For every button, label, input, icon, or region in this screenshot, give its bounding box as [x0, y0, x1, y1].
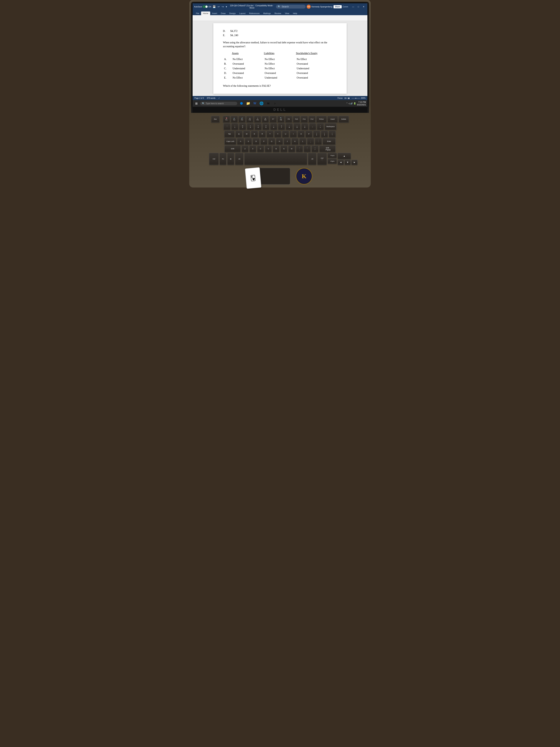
- key-tilde[interactable]: ~`: [223, 123, 231, 130]
- key-up-arrow[interactable]: ▲: [338, 153, 351, 159]
- key-e[interactable]: E: [251, 131, 258, 137]
- key-tab[interactable]: Tab: [224, 131, 235, 137]
- key-f5[interactable]: ⏸F5: [254, 116, 261, 123]
- tab-help[interactable]: Help: [291, 11, 299, 15]
- comm-button[interactable]: Comm: [343, 6, 348, 8]
- taskbar-app-chrome[interactable]: 🌐: [259, 101, 264, 106]
- key-l[interactable]: L: [299, 138, 306, 145]
- key-fn[interactable]: Fn: [219, 153, 226, 165]
- key-f12[interactable]: F12: [309, 116, 316, 123]
- key-f2[interactable]: 🔈F2: [231, 116, 238, 123]
- key-pgup[interactable]: ↑PgUp: [327, 153, 337, 158]
- key-slash[interactable]: ?/: [312, 146, 319, 152]
- key-n[interactable]: N: [281, 146, 287, 152]
- key-ctrl-right[interactable]: Ctrl ≡: [317, 153, 327, 165]
- key-k[interactable]: K: [292, 138, 298, 145]
- key-f11[interactable]: F11: [301, 116, 308, 123]
- key-right-arrow[interactable]: ►: [351, 160, 357, 165]
- key-alt-left[interactable]: Alt: [235, 153, 243, 165]
- tab-view[interactable]: View: [283, 11, 291, 15]
- key-f8[interactable]: 🔍F8: [277, 116, 285, 123]
- tab-mailings[interactable]: Mailings: [262, 11, 273, 15]
- key-down-arrow[interactable]: ▼: [344, 160, 351, 165]
- key-s[interactable]: S: [245, 138, 252, 145]
- key-v[interactable]: V: [265, 146, 272, 152]
- key-win[interactable]: ⊞: [227, 153, 234, 165]
- key-h[interactable]: H: [276, 138, 283, 145]
- tab-draw[interactable]: Draw: [219, 11, 228, 15]
- save-icon[interactable]: 💾: [212, 5, 216, 8]
- key-j[interactable]: J: [284, 138, 291, 145]
- key-shift-left[interactable]: Shift: [224, 146, 241, 152]
- taskbar-app-music[interactable]: ♪: [272, 101, 277, 106]
- key-z[interactable]: Z: [241, 146, 248, 152]
- key-0[interactable]: )0: [301, 123, 308, 130]
- key-esc[interactable]: Esc: [211, 116, 220, 123]
- key-3[interactable]: #3: [247, 123, 254, 130]
- key-ctrl-left[interactable]: Ctrl: [209, 153, 219, 165]
- key-i[interactable]: I: [290, 131, 297, 137]
- key-1[interactable]: !1: [231, 123, 238, 130]
- key-backspace[interactable]: Backspace: [325, 123, 337, 130]
- key-quote[interactable]: "': [315, 138, 322, 145]
- key-x[interactable]: X: [249, 146, 256, 152]
- more-icon[interactable]: ▾: [225, 5, 228, 8]
- zoom-slider[interactable]: ——●——: [351, 97, 360, 99]
- key-b[interactable]: B: [273, 146, 279, 152]
- tab-design[interactable]: Design: [228, 11, 237, 15]
- tab-layout[interactable]: Layout: [238, 11, 247, 15]
- key-delete[interactable]: Delete: [339, 116, 349, 123]
- key-alt-right[interactable]: Alt: [308, 153, 317, 165]
- focus-label[interactable]: Focus: [338, 97, 343, 99]
- key-c[interactable]: C: [257, 146, 264, 152]
- key-backslash[interactable]: |\: [329, 131, 336, 137]
- key-semicolon[interactable]: :;: [307, 138, 314, 145]
- key-d[interactable]: D: [252, 138, 260, 145]
- taskbar-app-file[interactable]: 📁: [245, 101, 251, 106]
- key-f1[interactable]: 🔇F1: [223, 116, 230, 123]
- key-o[interactable]: O: [298, 131, 304, 137]
- key-g[interactable]: G: [268, 138, 275, 145]
- maximize-button[interactable]: □: [356, 5, 361, 9]
- key-q[interactable]: Q: [235, 131, 242, 137]
- key-a[interactable]: A: [237, 138, 244, 145]
- tab-review[interactable]: Review: [273, 11, 283, 15]
- key-r[interactable]: R: [259, 131, 266, 137]
- key-period[interactable]: >.: [304, 146, 311, 152]
- key-f9[interactable]: F9: [285, 116, 292, 123]
- key-enter[interactable]: Enter: [323, 138, 336, 145]
- key-pgdn[interactable]: ↓PgDn: [327, 159, 337, 164]
- key-m[interactable]: M: [288, 146, 295, 152]
- autosave-toggle[interactable]: [203, 5, 208, 8]
- key-equals[interactable]: +=: [317, 123, 324, 130]
- tab-home[interactable]: Home: [201, 11, 210, 15]
- share-button[interactable]: Share: [334, 5, 342, 8]
- key-6[interactable]: ^6: [270, 123, 277, 130]
- key-p[interactable]: P: [305, 131, 313, 137]
- key-8[interactable]: *8: [286, 123, 293, 130]
- key-left-arrow[interactable]: ◄: [338, 160, 344, 165]
- zoom-control[interactable]: ——●—— 200%: [351, 97, 366, 99]
- undo-icon[interactable]: ↩: [217, 5, 220, 8]
- tab-references[interactable]: References: [247, 11, 262, 15]
- key-7[interactable]: &7: [278, 123, 285, 130]
- key-comma[interactable]: <,: [296, 146, 303, 152]
- key-t[interactable]: T: [266, 131, 273, 137]
- key-rbracket[interactable]: }]: [321, 131, 328, 137]
- taskbar-app-edge[interactable]: [239, 101, 244, 106]
- key-f10[interactable]: F10: [293, 116, 300, 123]
- key-lbracket[interactable]: {[: [313, 131, 320, 137]
- key-space[interactable]: [244, 153, 307, 165]
- tab-insert[interactable]: Insert: [210, 11, 219, 15]
- search-box[interactable]: 🔍 Search: [276, 5, 305, 8]
- key-minus[interactable]: _-: [309, 123, 316, 130]
- key-f3[interactable]: 🔊F3: [239, 116, 245, 123]
- minimize-button[interactable]: —: [351, 5, 355, 9]
- redo-icon[interactable]: ↪: [221, 5, 224, 8]
- key-shift-right[interactable]: Shift ↑PgUp: [319, 146, 336, 152]
- key-u[interactable]: U: [282, 131, 289, 137]
- close-button[interactable]: ✕: [361, 5, 366, 9]
- key-2[interactable]: @2: [239, 123, 246, 130]
- taskbar-search[interactable]: 🔍 Type here to search: [200, 102, 237, 105]
- key-5[interactable]: %5: [262, 123, 269, 130]
